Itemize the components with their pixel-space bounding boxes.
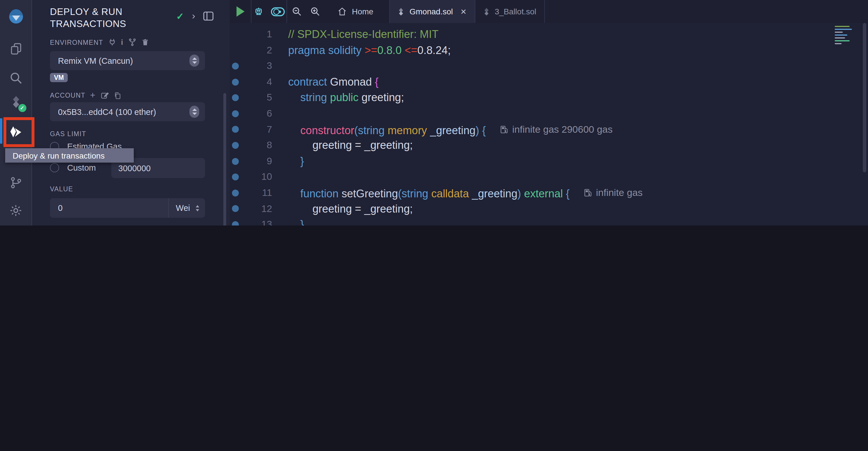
gutter-dot-icon[interactable] — [232, 221, 239, 225]
code-line[interactable]: 12 greeting = _greeting; — [229, 201, 868, 217]
unit-updown-icon — [196, 205, 199, 211]
delete-env-icon[interactable] — [141, 38, 149, 47]
solidity-file-icon — [398, 7, 404, 16]
active-plugin-indicator — [0, 118, 2, 144]
play-icon — [236, 6, 244, 17]
panel-scrollbar[interactable] — [223, 93, 226, 225]
zoom-out-icon[interactable] — [291, 6, 302, 17]
line-number: 6 — [241, 106, 272, 121]
tab-gmonad[interactable]: Gmonad.sol ✕ — [390, 0, 475, 23]
tab-home[interactable]: Home — [325, 0, 390, 23]
gas-annotation: infinite gas — [584, 185, 643, 201]
gas-limit-label: GAS LIMIT — [50, 131, 86, 137]
minimap[interactable] — [835, 26, 853, 44]
code-line[interactable]: 5 string public greeting; — [229, 90, 868, 106]
account-select[interactable]: 0x5B3...eddC4 (100 ether) — [50, 102, 205, 121]
code-line[interactable]: 3 — [229, 58, 868, 74]
code-line[interactable]: 4contract Gmonad { — [229, 74, 868, 90]
editor-scrollbar[interactable] — [863, 23, 866, 172]
gutter-dot-icon[interactable] — [232, 173, 239, 180]
close-tab-icon[interactable]: ✕ — [460, 7, 467, 16]
run-script-button[interactable] — [229, 0, 251, 23]
collapse-chevron-icon[interactable]: › — [192, 10, 195, 22]
environment-select[interactable]: Remix VM (Cancun) — [50, 51, 205, 70]
code-line[interactable]: 2pragma solidity >=0.8.0 <=0.8.24; — [229, 42, 868, 58]
line-number: 11 — [241, 185, 272, 201]
plugin-manager-icon[interactable] — [8, 203, 23, 218]
panel-title: DEPLOY & RUN TRANSACTIONS — [50, 6, 170, 30]
ai-robot-icon[interactable] — [253, 6, 264, 17]
code-line[interactable]: 1// SPDX-License-Identifier: MIT — [229, 26, 868, 42]
search-icon[interactable] — [8, 71, 23, 86]
gutter-dot-icon[interactable] — [232, 94, 239, 101]
value-label: VALUE — [50, 186, 73, 193]
select-updown-icon — [189, 55, 199, 67]
icon-rail: ✓ — [0, 0, 32, 225]
line-number: 10 — [241, 169, 272, 185]
code-line[interactable]: 6 — [229, 106, 868, 121]
editor-toolbar: Home Gmonad.sol ✕ 3_Ballot.sol — [229, 0, 868, 23]
copilot-toggle-icon[interactable] — [271, 7, 285, 17]
select-updown-icon — [189, 106, 199, 118]
vm-badge: VM — [50, 73, 68, 82]
file-explorer-icon[interactable] — [8, 41, 23, 56]
gutter-dot-icon[interactable] — [232, 142, 239, 149]
home-icon — [338, 7, 347, 16]
code-line[interactable]: 11 function setGreeting(string calldata … — [229, 185, 868, 201]
gas-annotation: infinite gas 290600 gas — [501, 121, 613, 137]
code-line[interactable]: 8 greeting = _greeting; — [229, 137, 868, 153]
line-number: 4 — [241, 74, 272, 90]
gas-custom-row: Custom — [50, 163, 96, 172]
code-editor[interactable]: 1// SPDX-License-Identifier: MIT2pragma … — [229, 23, 868, 225]
compile-success-badge: ✓ — [18, 104, 26, 112]
line-number: 9 — [241, 153, 272, 169]
env-info-icon[interactable]: i — [121, 38, 123, 47]
code-line[interactable]: 13 } — [229, 217, 868, 225]
line-number: 12 — [241, 201, 272, 217]
gutter-dot-icon[interactable] — [232, 189, 239, 196]
code-line[interactable]: 9 } — [229, 153, 868, 169]
tab-ballot[interactable]: 3_Ballot.sol — [475, 0, 545, 23]
line-number: 13 — [241, 217, 272, 225]
remix-ide-window: ✓ DEPLOY & RUN TRANSACTIONS ✓ › ENVIRONM… — [0, 0, 868, 225]
gutter-dot-icon[interactable] — [232, 110, 239, 117]
line-number: 3 — [241, 58, 272, 74]
line-number: 2 — [241, 42, 272, 58]
plug-icon[interactable] — [107, 38, 116, 47]
deploy-tooltip: Deploy & run transactions — [5, 148, 134, 163]
value-unit-select[interactable]: Wei — [168, 198, 205, 218]
gutter-dot-icon[interactable] — [232, 78, 239, 85]
compile-check-icon: ✓ — [176, 11, 184, 22]
ai-toggles-segment — [251, 0, 287, 23]
gutter-dot-icon[interactable] — [232, 158, 239, 165]
value-row: 0 Wei — [50, 198, 205, 218]
solidity-compiler-icon[interactable]: ✓ — [8, 95, 23, 110]
account-label: ACCOUNT + — [50, 90, 122, 101]
pin-panel-icon[interactable] — [203, 11, 214, 21]
line-number: 5 — [241, 90, 272, 106]
zoom-segment — [287, 0, 325, 23]
edit-account-icon[interactable] — [100, 91, 109, 100]
gutter-dot-icon[interactable] — [232, 126, 239, 133]
gutter-dot-icon[interactable] — [232, 205, 239, 212]
code-line[interactable]: 7 constructor(string memory _greeting) {… — [229, 121, 868, 137]
fork-env-icon[interactable] — [128, 38, 136, 47]
copy-account-icon[interactable] — [114, 91, 122, 100]
line-number: 8 — [241, 137, 272, 153]
line-number: 1 — [241, 26, 272, 42]
custom-gas-label: Custom — [67, 163, 96, 172]
git-icon[interactable] — [8, 175, 23, 190]
deploy-run-panel: DEPLOY & RUN TRANSACTIONS ✓ › ENVIRONMEN… — [33, 0, 229, 225]
custom-gas-radio[interactable] — [50, 163, 59, 172]
code-line[interactable]: 10 — [229, 169, 868, 185]
editor-area: Home Gmonad.sol ✕ 3_Ballot.sol 1// SPDX-… — [229, 0, 868, 225]
remix-logo[interactable] — [7, 8, 25, 26]
add-account-icon[interactable]: + — [90, 90, 96, 101]
environment-label: ENVIRONMENT i — [50, 38, 149, 47]
zoom-in-icon[interactable] — [310, 6, 320, 17]
value-input[interactable]: 0 — [58, 203, 168, 213]
highlight-box — [3, 117, 34, 147]
solidity-file-icon — [484, 7, 490, 16]
line-number: 7 — [241, 121, 272, 137]
gutter-dot-icon[interactable] — [232, 63, 239, 69]
